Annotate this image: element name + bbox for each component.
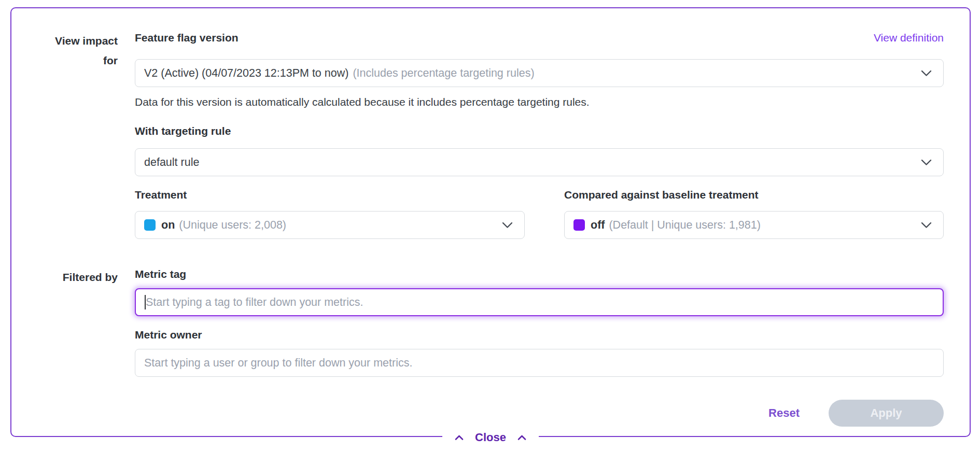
panel-grid: View impact for Feature flag version Vie… xyxy=(11,31,944,427)
feature-flag-version-label: Feature flag version xyxy=(135,31,239,45)
chevron-down-icon xyxy=(921,70,932,77)
treatment-column: Treatment on (Unique users: 2,008) xyxy=(135,188,525,239)
apply-button[interactable]: Apply xyxy=(829,400,944,427)
version-value-note: (Includes percentage targeting rules) xyxy=(353,67,534,80)
treatment-name: on xyxy=(161,219,175,232)
treatment-color-swatch xyxy=(144,219,156,231)
reset-button[interactable]: Reset xyxy=(768,406,800,420)
treatment-details: (Unique users: 2,008) xyxy=(179,219,286,232)
targeting-rule-select[interactable]: default rule xyxy=(135,148,944,176)
close-panel-control[interactable]: Close xyxy=(442,431,539,444)
baseline-select[interactable]: off (Default | Unique users: 1,981) xyxy=(564,211,944,239)
metric-owner-field-wrap xyxy=(135,349,944,377)
baseline-column: Compared against baseline treatment off … xyxy=(564,188,944,239)
view-impact-filter-panel: View impact for Feature flag version Vie… xyxy=(10,7,971,437)
filtered-by-label: Filtered by xyxy=(11,267,118,377)
chevron-down-icon xyxy=(502,222,513,229)
chevron-up-icon xyxy=(517,435,526,441)
treatment-label: Treatment xyxy=(135,188,525,202)
version-value-main: V2 (Active) (04/07/2023 12:13PM to now) xyxy=(144,67,348,80)
filters-section: Metric tag Metric owner xyxy=(135,267,944,377)
treatment-select[interactable]: on (Unique users: 2,008) xyxy=(135,211,525,239)
feature-flag-version-select[interactable]: V2 (Active) (04/07/2023 12:13PM to now) … xyxy=(135,59,944,87)
targeting-rule-value: default rule xyxy=(144,156,913,169)
version-header-row: Feature flag version View definition xyxy=(135,31,944,45)
metric-tag-input[interactable] xyxy=(135,288,944,316)
feature-flag-version-value: V2 (Active) (04/07/2023 12:13PM to now) … xyxy=(144,67,913,80)
baseline-name: off xyxy=(591,219,605,232)
baseline-value: off (Default | Unique users: 1,981) xyxy=(573,219,913,232)
targeting-rule-label: With targeting rule xyxy=(135,124,944,138)
chevron-down-icon xyxy=(921,222,932,229)
view-definition-link[interactable]: View definition xyxy=(874,31,944,45)
baseline-color-swatch xyxy=(573,219,585,231)
treatment-value: on (Unique users: 2,008) xyxy=(144,219,494,232)
chevron-down-icon xyxy=(921,159,932,166)
chevron-up-icon xyxy=(455,435,464,441)
baseline-details: (Default | Unique users: 1,981) xyxy=(609,219,760,232)
close-label: Close xyxy=(475,431,506,444)
treatment-comparison-row: Treatment on (Unique users: 2,008) Compa xyxy=(135,188,944,239)
baseline-label: Compared against baseline treatment xyxy=(564,188,944,202)
metric-owner-label: Metric owner xyxy=(135,328,944,342)
view-impact-for-label: View impact for xyxy=(11,31,118,267)
footer-actions: Reset Apply xyxy=(135,400,944,427)
metric-tag-label: Metric tag xyxy=(135,267,944,281)
text-cursor xyxy=(145,295,146,309)
footer-spacer xyxy=(11,377,118,427)
version-section: Feature flag version View definition V2 … xyxy=(135,31,944,267)
metric-owner-input[interactable] xyxy=(135,349,944,377)
version-helper-text: Data for this version is automatically c… xyxy=(135,95,944,109)
metric-tag-field-wrap xyxy=(135,288,944,316)
